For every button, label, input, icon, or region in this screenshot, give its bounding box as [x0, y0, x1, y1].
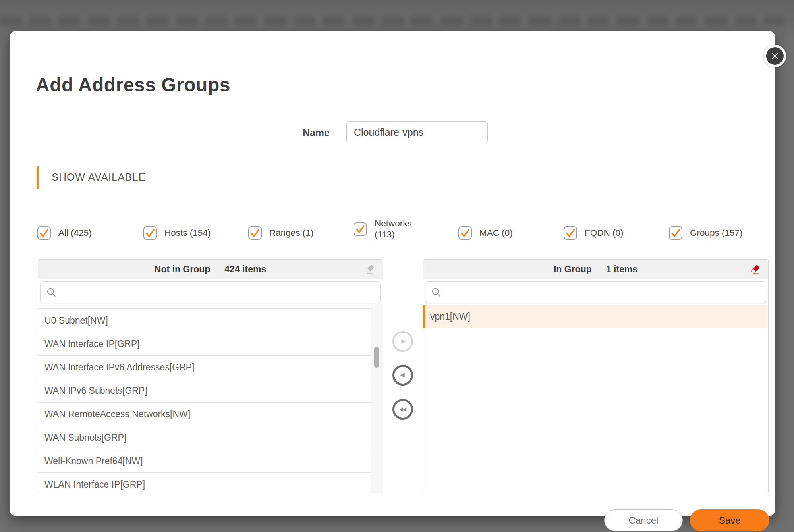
- partial-list-item: [38, 305, 371, 309]
- name-label: Name: [240, 127, 330, 139]
- filter-label: All (425): [58, 227, 92, 239]
- right-search-box: [425, 281, 766, 303]
- checkbox[interactable]: [143, 226, 157, 240]
- search-icon: [46, 287, 57, 298]
- checkbox[interactable]: [354, 222, 367, 236]
- checkbox[interactable]: [669, 226, 682, 240]
- panel-item-count: 424 items: [224, 264, 266, 275]
- check-icon: [250, 228, 260, 238]
- eraser-icon-red: [750, 264, 761, 276]
- dialog-title: Add Address Groups: [36, 74, 230, 96]
- filter-checkbox-ranges[interactable]: Ranges (1): [248, 226, 313, 240]
- panel-title: Not in Group: [155, 264, 211, 275]
- panel-item-count: 1 items: [606, 264, 638, 275]
- add-address-groups-dialog: Add Address Groups Name SHOW AVAILABLE A…: [10, 31, 775, 516]
- save-button[interactable]: Save: [690, 509, 769, 531]
- filter-checkbox-all[interactable]: All (425): [37, 226, 92, 240]
- list-item[interactable]: WAN RemoteAccess Networks[NW]: [38, 403, 371, 426]
- scrollbar-thumb[interactable]: [374, 347, 379, 368]
- in-group-list: vpn1[NW]: [423, 305, 768, 328]
- left-search-input[interactable]: [57, 284, 380, 301]
- check-icon: [145, 228, 155, 238]
- close-button[interactable]: [764, 45, 786, 67]
- not-in-group-header: Not in Group 424 items: [38, 260, 383, 279]
- filter-label: MAC (0): [479, 227, 513, 239]
- list-item[interactable]: WAN Interface IP[GRP]: [38, 332, 371, 356]
- check-icon: [39, 228, 49, 238]
- filter-checkbox-networks[interactable]: Networks (113): [354, 218, 421, 240]
- eraser-icon: [364, 264, 376, 276]
- filter-label: Networks (113): [375, 218, 421, 240]
- arrow-right-icon: [398, 336, 408, 347]
- left-search-box: [40, 281, 381, 303]
- list-item[interactable]: WLAN Interface IP[GRP]: [38, 473, 371, 493]
- in-group-panel: In Group 1 items vpn1[NW]: [423, 259, 769, 493]
- filter-checkbox-hosts[interactable]: Hosts (154): [143, 226, 211, 240]
- filter-checkbox-fqdn[interactable]: FQDN (0): [564, 226, 624, 240]
- move-right-button[interactable]: [392, 331, 413, 352]
- filter-label: Groups (157): [690, 227, 743, 239]
- section-accent-bar: [37, 166, 39, 189]
- show-available-heading: SHOW AVAILABLE: [52, 171, 146, 183]
- checkbox[interactable]: [564, 226, 577, 240]
- panel-title: In Group: [554, 264, 592, 275]
- filter-label: Ranges (1): [269, 227, 313, 239]
- list-item[interactable]: WAN Subnets[GRP]: [38, 426, 371, 449]
- filter-label: Hosts (154): [164, 227, 211, 239]
- list-item[interactable]: U0 Subnet[NW]: [38, 309, 371, 332]
- cancel-button[interactable]: Cancel: [604, 509, 683, 531]
- list-item[interactable]: WAN IPv6 Subnets[GRP]: [38, 379, 371, 403]
- background-page-hint: [0, 17, 794, 25]
- check-icon: [565, 228, 576, 238]
- check-icon: [355, 224, 365, 234]
- selected-list-item[interactable]: vpn1[NW]: [423, 305, 768, 328]
- search-icon: [431, 287, 442, 298]
- double-arrow-left-icon: [398, 404, 408, 415]
- in-group-header: In Group 1 items: [423, 260, 768, 279]
- not-in-group-list: U0 Subnet[NW] WAN Interface IP[GRP] WAN …: [38, 305, 371, 493]
- checkbox[interactable]: [458, 226, 472, 240]
- filter-checkbox-groups[interactable]: Groups (157): [669, 226, 743, 240]
- arrow-left-icon: [398, 370, 408, 380]
- filter-checkbox-mac[interactable]: MAC (0): [458, 226, 513, 240]
- checkbox[interactable]: [248, 226, 262, 240]
- left-list-scrollbar[interactable]: [371, 304, 383, 493]
- list-item[interactable]: Well-Known Pref64[NW]: [38, 449, 371, 473]
- move-left-button[interactable]: [392, 365, 413, 386]
- clear-left-list-button[interactable]: [363, 263, 376, 276]
- not-in-group-panel: Not in Group 424 items U0 Subne: [38, 259, 383, 493]
- clear-right-list-button[interactable]: [749, 263, 762, 276]
- name-input[interactable]: [346, 121, 488, 143]
- list-item[interactable]: WAN Interface IPv6 Addresses[GRP]: [38, 356, 371, 379]
- right-search-input[interactable]: [442, 284, 766, 301]
- check-icon: [460, 228, 470, 238]
- checkbox[interactable]: [37, 226, 51, 240]
- filter-label: FQDN (0): [585, 227, 624, 239]
- move-all-left-button[interactable]: [392, 399, 413, 420]
- close-icon: [770, 51, 780, 61]
- check-icon: [670, 228, 681, 238]
